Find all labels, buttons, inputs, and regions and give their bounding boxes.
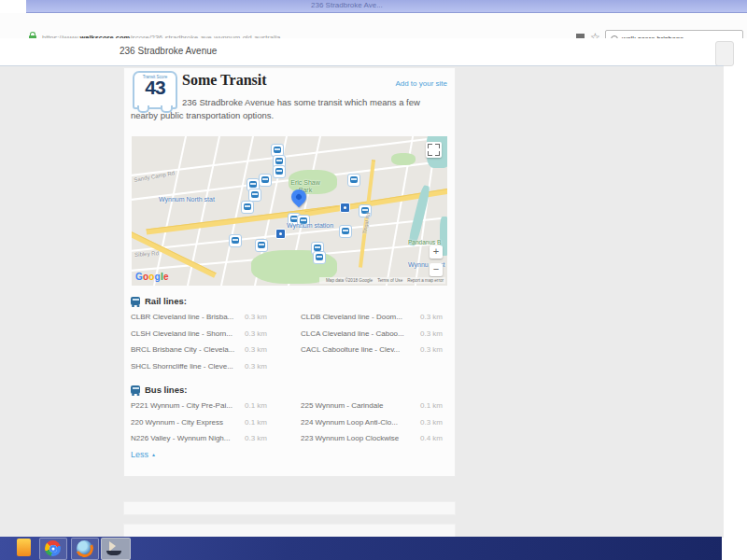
bus-icon [131,385,140,394]
map-label-wynnum-station: Wynnum station [287,222,333,229]
section-title: Some Transit [182,72,267,89]
bus-stop-marker[interactable] [347,174,360,187]
desc-indent [131,96,182,109]
chrome-icon [45,540,61,556]
page-header: 236 Stradbroke Avenue [0,38,747,65]
google-logo[interactable]: Google [135,272,169,282]
transit-line-row: CLSH Cleveland line - Shorn...0.3 kmCLCA… [131,329,448,345]
map-label-sibley-rd: Sibley Rd [134,250,159,258]
bus-stop-marker[interactable] [241,201,254,214]
transit-description: 236 Stradbroke Avenue has some transit w… [131,96,444,122]
app-icon-partial[interactable] [17,539,31,556]
tab-title[interactable]: 236 Stradbroke Ave... [311,1,383,9]
transit-line-row: N226 Valley - Wynnum Nigh...0.3 km223 Wy… [131,434,448,450]
fullscreen-button[interactable] [426,142,442,158]
add-to-site-link[interactable]: Add to your site [395,79,447,88]
line-name: CLSH Cleveland line - Shorn... [131,329,239,338]
line-name: N226 Valley - Wynnum Nigh... [131,434,239,442]
transit-badge-marker[interactable] [340,203,350,213]
screen: 236 Stradbroke Ave... https://www.walksc… [0,0,747,560]
line-distance: 0.3 km [245,313,267,321]
map-label-pandanus: Pandanus B [408,239,441,245]
line-name: 223 Wynnum Loop Clockwise [301,434,415,442]
line-name: 220 Wynnum - City Express [131,418,239,427]
bus-stop-marker[interactable] [259,174,272,187]
browser-toolbar: https://www.walkscore.com/score/236-stra… [0,13,747,39]
page-background: Transit Score 43 Some Transit Add to you… [0,65,724,538]
ship-app-taskbar-button[interactable] [101,538,131,560]
transit-line-row: SHCL Shorncliffe line - Cleve...0.3 km [131,362,448,378]
transit-line-row: P221 Wynnum - City Pre-Pai...0.1 km225 W… [131,401,448,417]
bus-stop-marker[interactable] [313,251,326,264]
line-name: CACL Caboolture line - Clev... [301,345,415,354]
chrome-taskbar-button[interactable] [39,538,67,560]
line-distance: 0.3 km [420,313,443,321]
transit-badge-marker[interactable] [275,229,286,239]
line-name: CLDB Cleveland line - Doom... [301,313,415,321]
line-distance: 0.3 km [420,345,443,354]
line-distance: 0.3 km [245,362,267,371]
zoom-in-button[interactable]: + [430,245,443,259]
line-name: 224 Wynnum Loop Anti-Clo... [301,418,415,427]
less-toggle-link[interactable]: Less [131,450,156,459]
line-distance: 0.3 km [245,434,267,442]
next-card-fragment [124,502,455,514]
line-name: P221 Wynnum - City Pre-Pai... [131,401,239,410]
map-label-wynnum-north-station: Wynnum North stat [159,196,215,203]
bus-heading-text: Bus lines: [145,385,187,395]
transit-score-value: 43 [134,79,176,96]
terms-link[interactable]: Terms of Use [377,278,402,283]
bus-lines-heading: Bus lines: [131,385,187,395]
line-distance: 0.3 km [420,329,443,338]
report-error-link[interactable]: Report a map error [407,278,444,283]
firefox-taskbar-button[interactable] [71,538,99,560]
line-distance: 0.4 km [420,434,443,442]
map-park [391,153,416,165]
line-name: SHCL Shorncliffe line - Cleve... [131,362,239,371]
line-name: CLCA Cleveland line - Caboo... [301,329,415,338]
window-titlebar[interactable]: 236 Stradbroke Ave... [26,0,747,13]
bus-stop-marker[interactable] [273,165,286,178]
firefox-icon [77,540,92,556]
bus-stop-marker[interactable] [248,189,261,202]
line-distance: 0.3 km [420,418,443,427]
rail-heading-text: Rail lines: [145,296,187,306]
transit-score-label: Transit Score [136,74,174,78]
transit-line-row: 220 Wynnum - City Express0.1 km224 Wynnu… [131,418,448,434]
next-card-fragment [124,525,455,538]
scrollbar-fragment[interactable] [715,41,734,66]
line-distance: 0.3 km [245,345,267,354]
line-distance: 0.1 km [420,401,443,410]
map-data-text: Map data ©2018 Google [326,278,373,283]
map-label-wynnum-partial: Wynnu [408,261,429,268]
transit-card: Transit Score 43 Some Transit Add to you… [124,68,455,476]
rail-lines-heading: Rail lines: [131,296,187,306]
bus-stop-marker[interactable] [339,225,352,238]
rail-icon [131,297,140,305]
bus-stop-marker[interactable] [255,239,268,252]
transit-line-row: CLBR Cleveland line - Brisba...0.3 kmCLD… [131,313,448,329]
zoom-out-button[interactable]: − [430,263,443,276]
transit-map[interactable]: Sandy Camp RdWynnum North statEric Shaw … [132,136,447,286]
transit-line-row: BRCL Brisbane City - Clevela...0.3 kmCAC… [131,345,448,361]
taskbar [0,537,722,560]
transit-description-wrap: 236 Stradbroke Avenue has some transit w… [124,96,455,133]
line-name: BRCL Brisbane City - Clevela... [131,345,239,354]
location-pin [291,189,307,214]
address-header: 236 Stradbroke Avenue [120,46,217,56]
line-distance: 0.3 km [245,329,267,338]
bus-stop-marker[interactable] [229,234,242,247]
line-name: CLBR Cleveland line - Brisba... [131,313,239,321]
map-attribution: Map data ©2018 GoogleTerms of UseReport … [319,277,445,284]
line-distance: 0.1 km [245,401,267,410]
line-distance: 0.1 km [245,418,267,427]
line-name: 225 Wynnum - Carindale [301,401,415,410]
